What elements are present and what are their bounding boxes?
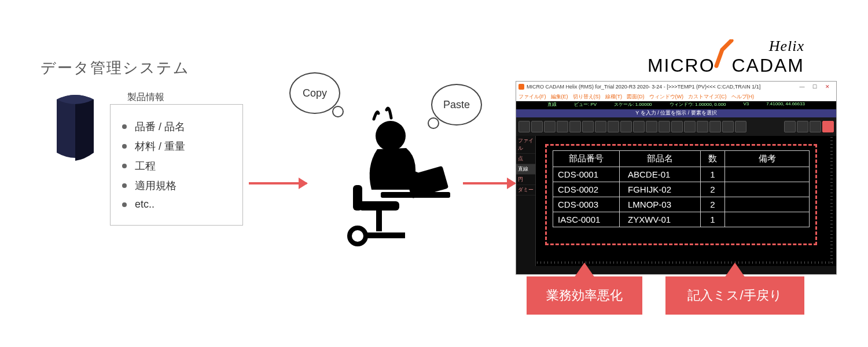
cad-title-text: MICRO CADAM Helix (RMS) for_Trial 2020-R… [527, 84, 760, 90]
th-notes: 備考 [725, 151, 810, 167]
product-info-item: 適用規格 [122, 179, 236, 193]
product-info-item: 工程 [122, 159, 236, 173]
menu-item[interactable]: 線種(T) [605, 93, 623, 101]
callout-errors: 記入ミス/手戻り [665, 276, 804, 315]
sidebar-item[interactable]: 直線 [516, 164, 535, 175]
cad-status-line1: 直線 ビュー: PV スケール: 1.00000 ウィンドウ: 1.00000,… [516, 101, 836, 109]
product-info-item: etc.. [122, 198, 236, 211]
cad-sidebar[interactable]: ファイル 点 直線 円 ダミー [516, 136, 536, 266]
app-icon [518, 84, 524, 90]
menu-item[interactable]: 図面(D) [627, 93, 645, 101]
svg-rect-2 [381, 192, 450, 198]
left-section-title: データ管理システム [41, 58, 190, 78]
window-controls[interactable]: —☐✕ [796, 84, 834, 90]
cad-status-line2: Y を入力 / 位置を指示 / 要素を選択 [516, 109, 836, 117]
th-part-name: 部品名 [620, 151, 701, 167]
svg-point-6 [350, 228, 366, 244]
cad-titlebar: MICRO CADAM Helix (RMS) for_Trial 2020-R… [516, 82, 836, 92]
product-info-item: 材料 / 重量 [122, 139, 236, 153]
logo-micro: MICRO [648, 55, 715, 76]
parts-table: 部品番号 部品名 数 備考 CDS-0001 ABCDE-01 1 CDS-00… [553, 150, 810, 227]
cad-footer [516, 266, 836, 274]
person-at-laptop-icon [324, 104, 451, 249]
server-icon [52, 93, 98, 162]
menu-item[interactable]: ファイル(F) [518, 93, 546, 101]
ruler-vertical-icon [830, 137, 833, 264]
svg-rect-3 [359, 201, 399, 211]
sidebar-item[interactable]: 点 [516, 154, 535, 164]
svg-point-0 [376, 121, 406, 151]
menu-item[interactable]: ヘルプ(H) [731, 93, 755, 101]
product-info-title: 製品情報 [127, 91, 164, 104]
sidebar-item[interactable]: 円 [516, 175, 535, 185]
th-part-number: 部品番号 [553, 151, 620, 167]
product-logo: Helix MICRO CADAM [648, 38, 804, 76]
svg-rect-4 [353, 185, 362, 211]
sidebar-item[interactable]: ダミー [516, 185, 535, 195]
cad-toolbar[interactable] [516, 117, 836, 136]
logo-cadam: CADAM [731, 55, 804, 76]
cad-menubar[interactable]: ファイル(F) 編集(E) 切り替え(S) 線種(T) 図面(D) ウィンドウ(… [516, 92, 836, 101]
table-row: CDS-0002 FGHIJK-02 2 [553, 182, 810, 197]
menu-item[interactable]: カストマイズ(C) [688, 93, 727, 101]
product-info-item: 品番 / 品名 [122, 120, 236, 134]
table-row: CDS-0001 ABCDE-01 1 [553, 167, 810, 182]
arrow-icon [463, 182, 515, 184]
th-qty: 数 [701, 151, 725, 167]
product-info-box: 品番 / 品名 材料 / 重量 工程 適用規格 etc.. [110, 104, 243, 226]
svg-rect-7 [365, 232, 405, 238]
table-row: IASC-0001 ZYXWV-01 1 [553, 212, 810, 227]
menu-item[interactable]: 切り替え(S) [573, 93, 601, 101]
callout-efficiency: 業務効率悪化 [527, 276, 642, 315]
cad-window: MICRO CADAM Helix (RMS) for_Trial 2020-R… [516, 81, 837, 275]
menu-item[interactable]: ウィンドウ(W) [649, 93, 684, 101]
menu-item[interactable]: 編集(E) [551, 93, 568, 101]
sidebar-item[interactable]: ファイル [516, 136, 535, 154]
table-row: CDS-0003 LMNOP-03 2 [553, 197, 810, 212]
highlighted-parts-table: 部品番号 部品名 数 備考 CDS-0001 ABCDE-01 1 CDS-00… [545, 144, 817, 245]
svg-rect-5 [376, 211, 382, 231]
arrow-icon [249, 182, 307, 184]
